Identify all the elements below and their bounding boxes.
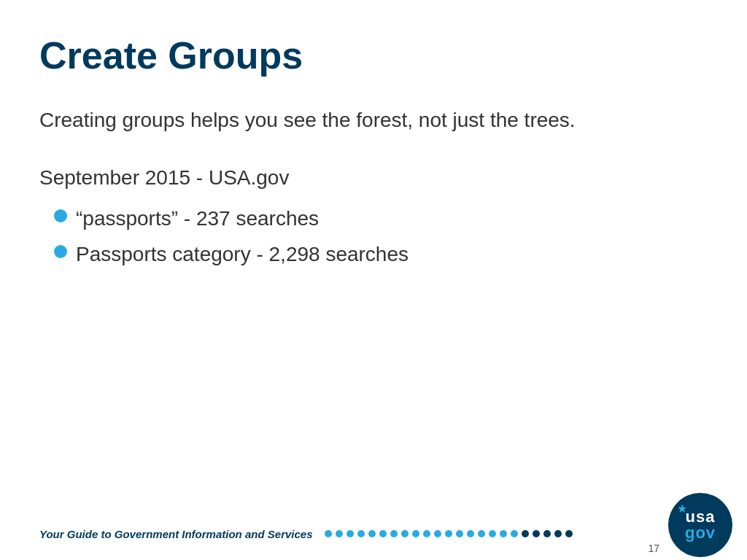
logo-usa-text: usa [686, 509, 716, 525]
footer-tagline: Your Guide to Government Information and… [39, 528, 313, 540]
footer-dot-icon [554, 530, 562, 537]
slide-body: Creating groups helps you see the forest… [39, 106, 708, 268]
footer-dot-icon [434, 530, 441, 537]
footer-dot-icon [325, 530, 332, 537]
footer-dot-icon [401, 530, 409, 537]
footer-dot-icon [456, 530, 463, 537]
footer-dot-icon [368, 530, 376, 537]
usagov-logo: ★ usa gov [668, 493, 732, 557]
footer-dot-icon [336, 530, 343, 537]
logo-gov-text: gov [685, 525, 716, 541]
footer-dot-icon [500, 530, 507, 537]
footer-dot-icon [423, 530, 430, 537]
footer-dot-icon [522, 530, 529, 537]
slide-container: Create Groups Creating groups helps you … [0, 0, 747, 560]
bullet-list: “passports” - 237 searches Passports cat… [39, 204, 708, 268]
bullet-text: “passports” - 237 searches [76, 204, 708, 233]
section-label: September 2015 - USA.gov [39, 163, 708, 192]
footer-dot-icon [489, 530, 496, 537]
footer-dot-icon [445, 530, 452, 537]
page-number: 17 [648, 542, 659, 554]
logo-star-icon: ★ [677, 502, 687, 516]
footer-dot-icon [543, 530, 551, 537]
footer-dot-icon [357, 530, 365, 537]
footer-dot-icon [390, 530, 398, 537]
footer-dot-icon [467, 530, 474, 537]
list-item: Passports category - 2,298 searches [54, 240, 708, 268]
footer: Your Guide to Government Information and… [0, 508, 747, 560]
footer-dots [325, 530, 708, 537]
footer-dot-icon [533, 530, 540, 537]
list-item: “passports” - 237 searches [54, 204, 708, 233]
footer-dot-icon [412, 530, 419, 537]
bullet-dot-icon [54, 245, 67, 258]
bullet-text: Passports category - 2,298 searches [76, 240, 708, 268]
slide-title: Create Groups [39, 35, 708, 77]
bullet-dot-icon [54, 209, 67, 222]
footer-dot-icon [347, 530, 354, 537]
footer-dot-icon [565, 530, 573, 537]
footer-dot-icon [478, 530, 485, 537]
intro-text: Creating groups helps you see the forest… [39, 106, 708, 134]
footer-dot-icon [379, 530, 387, 537]
footer-dot-icon [511, 530, 518, 537]
